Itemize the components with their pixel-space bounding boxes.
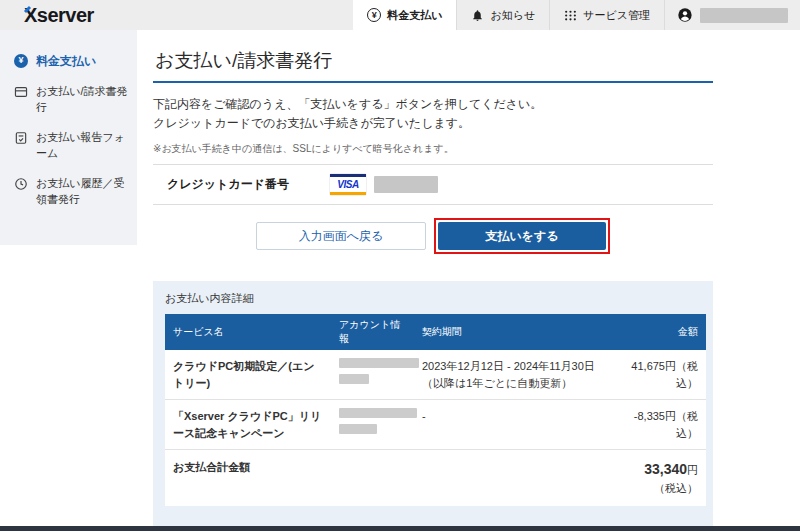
total-row: お支払合計金額 33,340円（税込） xyxy=(165,450,706,506)
ssl-note: ※お支払い手続き中の通信は、SSLによりすべて暗号化されます。 xyxy=(153,142,713,156)
redacted-account-info xyxy=(339,374,369,384)
sidebar-item-label: お支払い履歴／受領書発行 xyxy=(36,176,129,208)
tab-service-management-label: サービス管理 xyxy=(583,8,650,23)
service-name: 「Xserver クラウドPC」リリース記念キャンペーン xyxy=(165,400,331,450)
description-line2: クレジットカードでのお支払い手続きが完了いたします。 xyxy=(153,114,713,133)
report-form-icon xyxy=(14,131,28,145)
account-info-cell xyxy=(331,400,414,450)
sidebar: ¥ 料金支払い お支払い/請求書発行 xyxy=(0,30,137,245)
credit-card-label: クレジットカード番号 xyxy=(167,176,330,193)
yen-circle-icon: ¥ xyxy=(14,54,28,68)
app-logo[interactable]: Xserver xyxy=(0,0,94,30)
sidebar-item-label: 料金支払い xyxy=(36,53,96,70)
total-label: お支払合計金額 xyxy=(165,450,616,506)
account-menu[interactable] xyxy=(664,0,800,30)
table-row: 「Xserver クラウドPC」リリース記念キャンペーン - -8,335円（税… xyxy=(165,400,706,450)
redacted-card-number xyxy=(374,176,438,193)
payment-details-title: お支払い内容詳細 xyxy=(165,291,705,306)
column-header-account: アカウント情報 xyxy=(331,314,414,350)
column-header-amount: 金額 xyxy=(616,314,706,350)
logo-text: Xserver xyxy=(24,4,94,27)
column-header-service: サービス名 xyxy=(165,314,331,350)
redacted-account-info xyxy=(339,358,419,368)
contract-period: 2023年12月12日 - 2024年11月30日 （以降は1年ごとに自動更新） xyxy=(414,350,616,400)
visa-brand-text: VISA xyxy=(337,177,358,192)
tab-news-label: お知らせ xyxy=(490,8,535,23)
table-header-row: サービス名 アカウント情報 契約期間 金額 xyxy=(165,314,706,350)
pay-button[interactable]: 支払いをする xyxy=(438,222,606,250)
sidebar-item-payment-history[interactable]: お支払い履歴／受領書発行 xyxy=(12,169,131,215)
tab-service-management[interactable]: サービス管理 xyxy=(549,0,664,30)
yen-circle-icon: ¥ xyxy=(367,8,381,22)
page-footer: Xserver Account © 2003-2023 Xserver Inc. xyxy=(0,526,800,531)
service-name: クラウドPC初期設定／(エントリー) xyxy=(165,350,331,400)
header-tabs: ¥ 料金支払い お知らせ サービス管理 xyxy=(353,0,800,30)
total-amount-number: 33,340 xyxy=(644,461,687,477)
total-amount: 33,340円（税込） xyxy=(616,450,706,506)
payment-details-table: サービス名 アカウント情報 契約期間 金額 クラウドPC初期設定／(エントリー) xyxy=(165,314,706,506)
invoice-card-icon xyxy=(14,85,28,99)
back-button[interactable]: 入力画面へ戻る xyxy=(256,222,426,250)
description-line1: 下記内容をご確認のうえ、「支払いをする」ボタンを押してください。 xyxy=(153,95,713,114)
top-header: Xserver ¥ 料金支払い お知らせ xyxy=(0,0,800,30)
contract-period: - xyxy=(414,400,616,450)
table-row: クラウドPC初期設定／(エントリー) 2023年12月12日 - 2024年11… xyxy=(165,350,706,400)
column-header-period: 契約期間 xyxy=(414,314,616,350)
page: Xserver ¥ 料金支払い お知らせ xyxy=(0,0,800,531)
sidebar-item-payment[interactable]: ¥ 料金支払い xyxy=(12,46,131,77)
clock-icon xyxy=(14,177,28,191)
button-row: 入力画面へ戻る 支払いをする xyxy=(153,218,713,254)
person-circle-icon xyxy=(677,7,693,23)
sidebar-item-payment-report-form[interactable]: お支払い報告フォーム xyxy=(12,123,131,169)
body-row: ¥ 料金支払い お支払い/請求書発行 xyxy=(0,30,800,526)
visa-logo-icon: VISA xyxy=(330,174,366,195)
tab-payment-label: 料金支払い xyxy=(387,8,442,23)
tab-payment[interactable]: ¥ 料金支払い xyxy=(353,0,456,30)
page-title: お支払い/請求書発行 xyxy=(153,46,713,83)
sidebar-item-label: お支払い報告フォーム xyxy=(36,130,129,162)
amount: -8,335円（税込） xyxy=(616,400,706,450)
redacted-account-name xyxy=(700,8,788,23)
account-info-cell xyxy=(331,350,414,400)
main-content: お支払い/請求書発行 下記内容をご確認のうえ、「支払いをする」ボタンを押してくだ… xyxy=(137,30,800,526)
red-highlight-annotation: 支払いをする xyxy=(434,218,610,254)
payment-details-box: お支払い内容詳細 サービス名 アカウント情報 契約期間 金額 xyxy=(153,281,713,526)
sidebar-item-label: お支払い/請求書発行 xyxy=(36,84,129,116)
redacted-account-info xyxy=(339,424,377,434)
redacted-account-info xyxy=(339,408,417,418)
description: 下記内容をご確認のうえ、「支払いをする」ボタンを押してください。 クレジットカー… xyxy=(153,95,713,132)
amount: 41,675円（税込） xyxy=(616,350,706,400)
visa-bottom-bar xyxy=(330,192,366,195)
sidebar-item-invoice-issue[interactable]: お支払い/請求書発行 xyxy=(12,77,131,123)
grid-icon xyxy=(564,9,577,22)
credit-card-row: クレジットカード番号 VISA xyxy=(153,164,713,205)
bell-icon xyxy=(471,9,484,22)
tab-news[interactable]: お知らせ xyxy=(456,0,549,30)
